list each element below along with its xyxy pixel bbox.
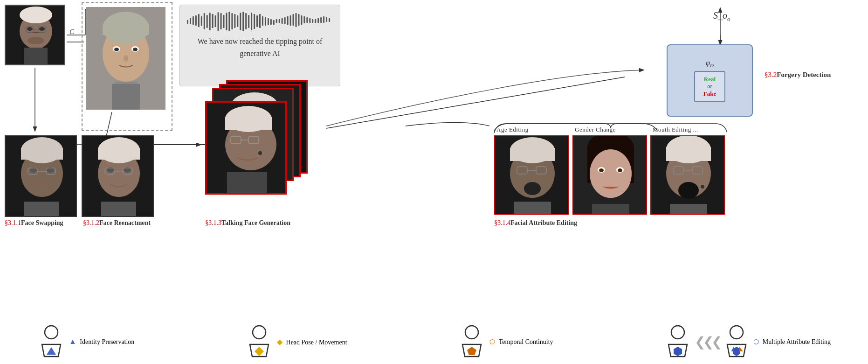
forgery-detection-label: §3.2Forgery Detection [765, 71, 831, 79]
svg-rect-74 [282, 18, 283, 24]
svg-rect-140 [225, 117, 272, 130]
sec313-num: §3.1.3 [205, 219, 221, 226]
multiple-arrows: ❮❮❮ [695, 335, 720, 349]
phiD-text: φ [706, 59, 710, 67]
sec313-text: Talking Face Generation [221, 219, 290, 226]
svg-rect-70 [270, 19, 272, 25]
svg-rect-54 [226, 13, 227, 30]
svg-rect-68 [265, 17, 266, 26]
svg-rect-75 [284, 17, 286, 24]
svg-rect-77 [290, 15, 291, 26]
svg-rect-173 [670, 204, 707, 215]
svg-rect-78 [293, 14, 294, 26]
svg-rect-48 [209, 13, 211, 30]
sec313-label: §3.1.3Talking Face Generation [205, 219, 290, 227]
multiple-end-icon [723, 325, 751, 358]
or-label: or [703, 83, 716, 90]
svg-point-177 [253, 326, 266, 339]
So-label: S_oo [713, 10, 730, 23]
audio-waveform-box: // We'll generate waveform in the SVG be… [179, 5, 340, 86]
sec311-num: §3.1.1 [5, 219, 21, 226]
diagram-container: // We'll generate waveform in the SVG be… [0, 0, 868, 364]
svg-rect-89 [323, 16, 324, 23]
C-label: C [69, 28, 74, 36]
svg-rect-154 [514, 202, 551, 215]
sec312-label: §3.1.2Face Reenactment [83, 219, 151, 227]
svg-rect-63 [251, 13, 252, 30]
svg-rect-111 [101, 202, 136, 217]
speech-text: We have now reached the tipping point of… [180, 33, 340, 62]
legend-temporal: ⬠ Temporal Continuity [458, 325, 553, 358]
svg-line-6 [326, 77, 625, 128]
svg-point-145 [258, 151, 262, 155]
source-face [5, 5, 65, 65]
svg-rect-85 [312, 19, 313, 23]
svg-marker-176 [47, 347, 56, 355]
svg-rect-43 [195, 15, 197, 26]
svg-rect-90 [326, 17, 327, 22]
mouth-editing-face [650, 135, 725, 215]
gender-change-label: Gender Change [575, 126, 616, 133]
svg-rect-73 [279, 19, 280, 23]
svg-point-172 [678, 182, 699, 199]
svg-point-27 [20, 7, 52, 23]
svg-rect-59 [240, 13, 241, 30]
svg-marker-186 [739, 347, 743, 351]
temporal-icon [458, 325, 486, 358]
detection-box: φD Real or Fake [667, 44, 753, 117]
sec311-label: §3.1.1Face Swapping [5, 219, 63, 227]
svg-rect-84 [309, 18, 310, 23]
svg-rect-41 [190, 18, 191, 24]
headpose-icon [245, 325, 273, 358]
svg-marker-185 [733, 347, 740, 356]
svg-rect-60 [242, 12, 244, 31]
age-editing-label: Age Editing [496, 126, 529, 133]
svg-point-37 [124, 55, 128, 62]
svg-rect-76 [287, 16, 289, 25]
svg-marker-182 [674, 347, 682, 356]
legend-identity: ▲ Identity Preservation [37, 325, 134, 358]
svg-rect-39 [112, 84, 140, 110]
svg-rect-144 [227, 172, 267, 195]
forgery-section-text: Forgery Detection [777, 71, 831, 78]
target-face [86, 7, 165, 110]
svg-rect-65 [256, 15, 258, 27]
svg-rect-23 [24, 48, 48, 65]
svg-point-153 [524, 182, 541, 195]
svg-rect-80 [298, 14, 299, 26]
svg-marker-180 [467, 347, 476, 355]
svg-rect-67 [262, 16, 263, 26]
svg-rect-87 [317, 18, 319, 23]
svg-rect-82 [303, 16, 305, 23]
svg-rect-55 [228, 12, 230, 31]
svg-rect-44 [198, 14, 200, 27]
legend-multiple-text: Multiple Attribute Editing [763, 338, 831, 345]
svg-rect-95 [21, 148, 63, 160]
svg-rect-86 [315, 19, 316, 23]
svg-rect-69 [268, 18, 269, 25]
forgery-section-num: §3.2 [765, 71, 777, 78]
svg-rect-42 [193, 16, 194, 25]
svg-point-22 [28, 37, 44, 44]
svg-point-19 [27, 27, 33, 31]
identity-icon [37, 325, 65, 358]
svg-point-181 [671, 326, 684, 339]
svg-rect-51 [218, 12, 219, 31]
sec312-num: §3.1.2 [83, 219, 99, 226]
legend-area: ▲ Identity Preservation ◆ Head Pose / Mo… [9, 325, 859, 358]
legend-headpose: ◆ Head Pose / Movement [245, 325, 347, 358]
legend-multiple: ❮❮❮ ⬡ Multiple Attribute Editing [664, 325, 831, 358]
svg-rect-52 [220, 13, 222, 29]
svg-rect-62 [248, 15, 249, 28]
svg-rect-47 [207, 15, 208, 28]
svg-rect-79 [296, 13, 297, 27]
face-reenacted [82, 135, 154, 217]
age-editing-face [494, 135, 569, 215]
svg-rect-66 [259, 14, 261, 28]
svg-rect-53 [223, 15, 225, 28]
face-swapped [5, 135, 77, 217]
svg-rect-101 [24, 202, 59, 217]
svg-rect-83 [306, 17, 308, 23]
sec314-label: §3.1.4Facial Attribute Editing [494, 219, 577, 227]
svg-rect-61 [245, 13, 247, 29]
